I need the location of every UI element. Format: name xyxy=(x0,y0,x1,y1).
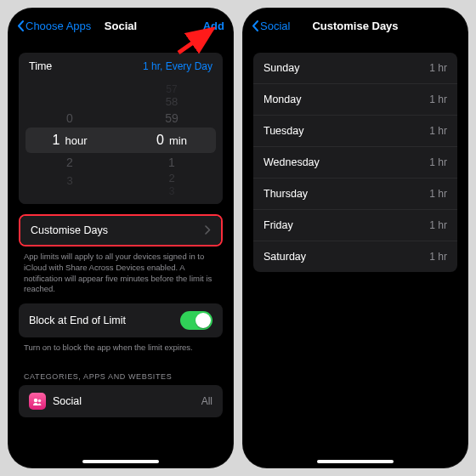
categories-section-header: CATEGORIES, APPS AND WEBSITES xyxy=(19,362,223,385)
hours-value: 1 xyxy=(53,128,60,153)
block-label: Block at End of Limit xyxy=(29,314,126,326)
home-indicator[interactable] xyxy=(82,460,159,463)
customise-days-highlight: Customise Days xyxy=(19,214,223,246)
limits-footnote: App limits will apply to all your device… xyxy=(19,246,223,303)
phone-right: Social Customise Days Sunday1 hr Monday1… xyxy=(243,8,468,468)
day-name: Saturday xyxy=(264,251,306,263)
day-name: Friday xyxy=(264,219,293,231)
minutes-value: 0 xyxy=(156,128,164,153)
day-value: 1 hr xyxy=(429,188,447,200)
navbar: Social Customise Days xyxy=(243,8,468,42)
day-value: 1 hr xyxy=(429,94,447,105)
category-row[interactable]: Social All xyxy=(19,385,223,417)
back-label: Social xyxy=(260,20,290,32)
block-toggle[interactable] xyxy=(180,311,212,330)
svg-point-1 xyxy=(34,399,37,402)
chevron-right-icon xyxy=(205,224,211,237)
block-caption: Turn on to block the app when the limit … xyxy=(19,337,223,362)
toggle-knob xyxy=(196,313,211,328)
add-button[interactable]: Add xyxy=(203,20,224,32)
home-indicator[interactable] xyxy=(317,460,394,463)
day-row[interactable]: Tuesday1 hr xyxy=(253,115,457,146)
minutes-column[interactable]: 57 58 59 0 min 1 2 3 xyxy=(121,85,223,196)
customise-days-row[interactable]: Customise Days xyxy=(20,216,221,245)
time-value: 1 hr, Every Day xyxy=(143,60,212,72)
day-row[interactable]: Saturday1 hr xyxy=(253,241,457,272)
day-name: Tuesday xyxy=(264,125,303,137)
back-label: Choose Apps xyxy=(26,20,91,32)
day-value: 1 hr xyxy=(429,62,447,74)
day-name: Thursday xyxy=(264,188,308,200)
navbar: Choose Apps Social Add xyxy=(8,8,233,42)
chevron-left-icon xyxy=(252,20,258,31)
days-list: Sunday1 hr Monday1 hr Tuesday1 hr Wednes… xyxy=(253,53,457,272)
duration-picker[interactable]: 0 1 hour 2 3 57 58 5 xyxy=(19,80,223,204)
time-group: Time 1 hr, Every Day 0 1 hour xyxy=(19,53,223,204)
time-row[interactable]: Time 1 hr, Every Day xyxy=(19,53,223,80)
block-at-end-row[interactable]: Block at End of Limit xyxy=(19,303,223,337)
back-button[interactable]: Choose Apps xyxy=(17,20,91,32)
day-row[interactable]: Monday1 hr xyxy=(253,83,457,115)
day-value: 1 hr xyxy=(429,251,447,263)
categories-group: Social All xyxy=(19,385,223,417)
day-name: Wednesday xyxy=(264,156,320,168)
day-row[interactable]: Wednesday1 hr xyxy=(253,146,457,178)
hours-unit: hour xyxy=(65,128,87,154)
day-name: Sunday xyxy=(264,62,299,74)
day-row[interactable]: Friday1 hr xyxy=(253,209,457,241)
phone-left: Choose Apps Social Add Time 1 hr, Every … xyxy=(8,8,233,468)
block-group: Block at End of Limit xyxy=(19,303,223,337)
customise-days-label: Customise Days xyxy=(31,224,108,236)
day-name: Monday xyxy=(264,94,301,105)
day-value: 1 hr xyxy=(429,219,447,231)
chevron-left-icon xyxy=(17,20,24,31)
category-name: Social xyxy=(53,395,82,407)
time-label: Time xyxy=(29,60,52,72)
day-row[interactable]: Thursday1 hr xyxy=(253,178,457,209)
social-category-icon xyxy=(29,393,46,410)
day-value: 1 hr xyxy=(429,125,447,137)
day-value: 1 hr xyxy=(429,156,447,168)
hours-column[interactable]: 0 1 hour 2 3 xyxy=(19,85,121,196)
day-row[interactable]: Sunday1 hr xyxy=(253,53,457,83)
svg-point-2 xyxy=(38,400,42,403)
back-button[interactable]: Social xyxy=(252,20,290,32)
category-scope: All xyxy=(201,395,212,407)
minutes-unit: min xyxy=(169,128,187,154)
